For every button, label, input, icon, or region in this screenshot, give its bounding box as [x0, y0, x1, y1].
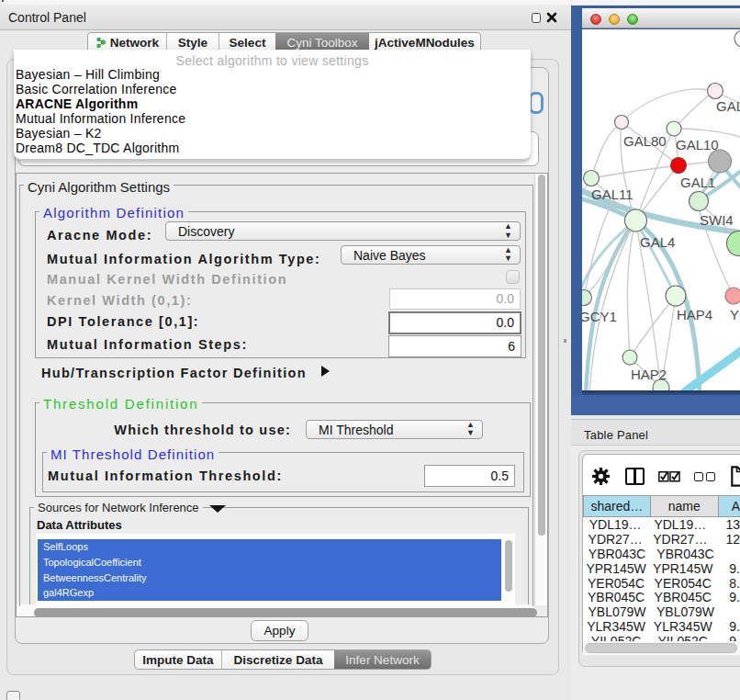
svg-text:GAL4: GAL4: [640, 234, 675, 250]
svg-text:Y: Y: [730, 307, 739, 322]
svg-text:GAL1: GAL1: [680, 175, 715, 190]
svg-text:SWI4: SWI4: [700, 212, 734, 228]
svg-text:GAL10: GAL10: [676, 137, 719, 152]
svg-text:GAL11: GAL11: [591, 186, 633, 202]
svg-text:GAL: GAL: [716, 98, 740, 114]
svg-text:HAP4: HAP4: [677, 307, 712, 322]
svg-text:GAL80: GAL80: [623, 133, 667, 149]
svg-text:GCY1: GCY1: [582, 309, 617, 324]
svg-text:HAP2: HAP2: [631, 367, 667, 382]
